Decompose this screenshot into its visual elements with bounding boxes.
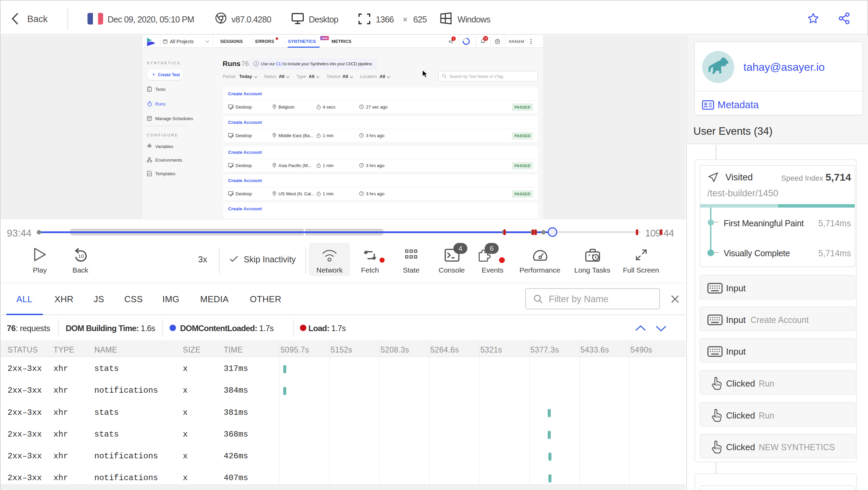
svg-text:10: 10 [78,253,84,259]
